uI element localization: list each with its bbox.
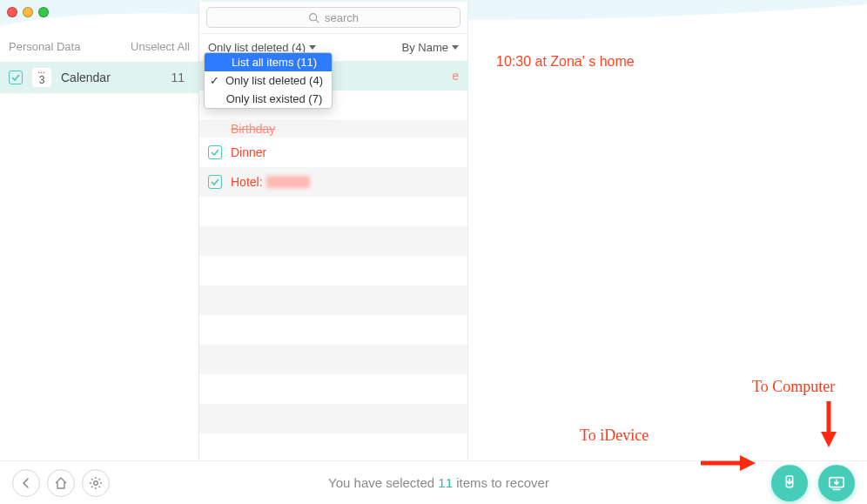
recover-to-computer-button[interactable]: [818, 465, 855, 501]
annotation-to-idevice: To iDevice: [580, 427, 649, 445]
checkbox-icon[interactable]: [9, 71, 23, 84]
search-icon: [308, 12, 319, 24]
list-item[interactable]: [199, 286, 467, 315]
checkbox-icon[interactable]: [208, 175, 222, 189]
filter-option[interactable]: ✓ Only list deleted (4): [205, 71, 332, 90]
list-item[interactable]: [199, 256, 467, 286]
close-window-icon[interactable]: [7, 7, 17, 17]
checkbox-icon[interactable]: [208, 145, 222, 159]
minimize-window-icon[interactable]: [23, 7, 33, 17]
list-item[interactable]: [199, 197, 467, 226]
window-controls: [7, 7, 49, 17]
recover-to-idevice-button[interactable]: [771, 465, 808, 501]
sort-dropdown[interactable]: By Name: [402, 41, 459, 54]
search-placeholder: search: [325, 11, 359, 24]
checkmark-icon: ✓: [210, 74, 219, 87]
to-computer-icon: [827, 474, 846, 493]
home-icon: [54, 476, 68, 490]
search-input[interactable]: search: [206, 7, 460, 28]
settings-button[interactable]: [82, 469, 110, 497]
sidebar-item-count: 11: [171, 71, 190, 84]
svg-marker-9: [821, 432, 837, 447]
status-text: You have selected 11 items to recover: [117, 475, 761, 490]
redacted-text: [266, 176, 310, 188]
chevron-down-icon: [452, 45, 459, 50]
list-item[interactable]: [199, 345, 467, 374]
back-button[interactable]: [12, 469, 40, 497]
arrow-left-icon: [19, 476, 33, 490]
sidebar: Personal Data Unselect All ••• 3 Calenda…: [0, 35, 198, 93]
chevron-down-icon: [309, 45, 316, 50]
list-item[interactable]: [199, 404, 467, 433]
list-item-label: Dinner: [231, 145, 266, 159]
svg-line-1: [316, 19, 319, 22]
list-item-label: Birthday: [231, 122, 275, 136]
sidebar-header-label: Personal Data: [9, 40, 80, 53]
list-item[interactable]: Hotel:: [199, 167, 467, 197]
event-detail-text: 10:30 at Zona' s home: [496, 54, 635, 69]
sidebar-item-label: Calendar: [61, 71, 171, 84]
list-item[interactable]: [199, 374, 467, 404]
footer: You have selected 11 items to recover: [0, 460, 867, 504]
item-list: e Birthday Dinner Hotel:: [199, 61, 467, 433]
filter-option[interactable]: Only list existed (7): [205, 90, 332, 108]
calendar-icon: ••• 3: [31, 67, 52, 88]
gear-icon: [89, 476, 103, 490]
list-item-label: Hotel:: [231, 175, 266, 189]
annotation-to-computer: To Computer: [752, 378, 835, 396]
filter-dropdown-menu: List all items (11) ✓ Only list deleted …: [204, 52, 333, 109]
list-item[interactable]: Birthday: [199, 120, 467, 138]
home-button[interactable]: [47, 469, 75, 497]
arrow-annotation-icon: [818, 397, 839, 449]
list-item[interactable]: [199, 226, 467, 256]
list-item[interactable]: [199, 315, 467, 345]
zoom-window-icon[interactable]: [38, 7, 49, 17]
svg-point-2: [94, 480, 98, 485]
to-device-icon: [780, 474, 799, 493]
sidebar-item-calendar[interactable]: ••• 3 Calendar 11: [0, 62, 198, 93]
unselect-all-button[interactable]: Unselect All: [131, 40, 190, 53]
svg-point-0: [310, 13, 317, 20]
sort-label: By Name: [402, 41, 448, 54]
filter-option[interactable]: List all items (11): [205, 53, 332, 71]
list-item[interactable]: Dinner: [199, 138, 467, 167]
detail-pane: 10:30 at Zona' s home: [470, 44, 867, 80]
